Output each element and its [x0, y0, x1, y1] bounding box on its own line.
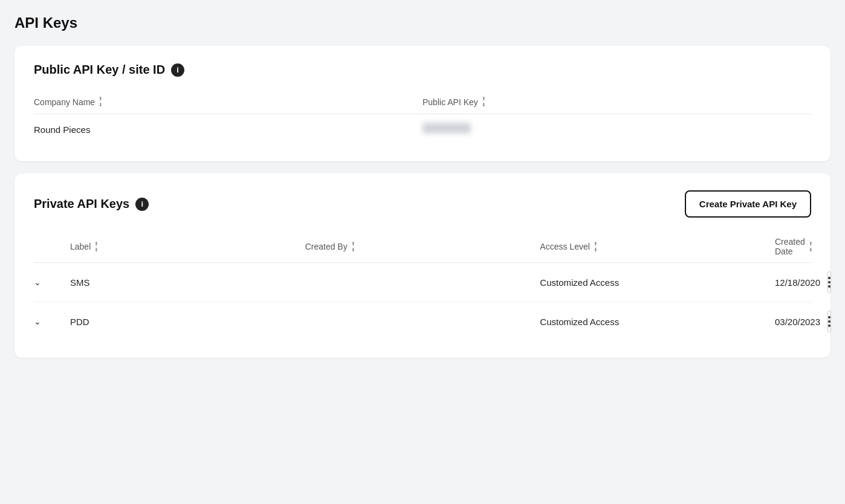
private-api-table: Label Created By Access Level Created Da… — [34, 232, 811, 341]
col-label[interactable]: Label — [70, 241, 305, 253]
create-private-api-key-button[interactable]: Create Private API Key — [685, 190, 811, 218]
sort-access-level-icon[interactable] — [594, 241, 598, 253]
company-name-cell: Round Pieces — [34, 124, 422, 135]
col-created-date[interactable]: Created Date — [775, 237, 811, 256]
row-pdd-access-level: Customized Access — [540, 317, 775, 327]
public-api-table: Company Name Public API Key Round Pieces — [34, 91, 811, 144]
col-company-name[interactable]: Company Name — [34, 96, 422, 108]
blurred-api-key — [422, 123, 471, 134]
public-table-header: Company Name Public API Key — [34, 91, 811, 114]
row-sms-chevron[interactable]: ⌄ — [34, 277, 70, 288]
row-sms-more-button[interactable] — [827, 271, 831, 293]
chevron-down-icon[interactable]: ⌄ — [34, 317, 41, 326]
chevron-down-icon[interactable]: ⌄ — [34, 277, 41, 287]
public-card-title: Public API Key / site ID — [34, 63, 165, 77]
col-label-text: Label — [70, 242, 91, 251]
private-card-title: Private API Keys — [34, 197, 129, 211]
private-info-icon[interactable]: i — [135, 198, 149, 211]
row-pdd-chevron[interactable]: ⌄ — [34, 316, 70, 327]
private-card-header: Private API Keys i Create Private API Ke… — [34, 190, 811, 218]
col-created-by-text: Created By — [305, 242, 348, 251]
col-public-api-key[interactable]: Public API Key — [422, 96, 811, 108]
sort-public-api-key-icon[interactable] — [482, 96, 486, 108]
row-sms-access-level: Customized Access — [540, 277, 775, 288]
row-sms-created-date: 12/18/2020 — [775, 277, 820, 288]
row-sms-date-actions: 12/18/2020 — [775, 271, 811, 293]
col-access-level[interactable]: Access Level — [540, 241, 775, 253]
sort-created-by-icon[interactable] — [351, 241, 355, 253]
sort-created-date-icon[interactable] — [809, 241, 813, 253]
public-card-header: Public API Key / site ID i — [34, 63, 811, 77]
sort-label-icon[interactable] — [94, 241, 99, 253]
private-table-header: Label Created By Access Level Created Da… — [34, 232, 811, 263]
more-dots-icon — [828, 277, 830, 288]
private-table-row: ⌄ PDD Customized Access 03/20/2023 — [34, 302, 811, 341]
row-sms-label: SMS — [70, 277, 305, 288]
row-pdd-more-button[interactable] — [827, 311, 831, 332]
col-public-api-key-label: Public API Key — [422, 97, 478, 107]
more-dots-icon — [828, 316, 830, 327]
public-table-row: Round Pieces — [34, 114, 811, 144]
private-table-row: ⌄ SMS Customized Access 12/18/2020 — [34, 263, 811, 302]
private-title-group: Private API Keys i — [34, 197, 149, 211]
public-api-key-cell — [422, 123, 811, 136]
row-pdd-date-actions: 03/20/2023 — [775, 311, 811, 332]
private-api-keys-card: Private API Keys i Create Private API Ke… — [15, 173, 830, 358]
col-company-name-label: Company Name — [34, 97, 95, 107]
col-access-level-text: Access Level — [540, 242, 589, 251]
col-created-by[interactable]: Created By — [305, 241, 540, 253]
public-api-key-card: Public API Key / site ID i Company Name … — [15, 46, 830, 161]
sort-company-name-icon[interactable] — [99, 96, 103, 108]
row-pdd-label: PDD — [70, 317, 305, 327]
public-info-icon[interactable]: i — [171, 63, 184, 77]
col-created-date-text: Created Date — [775, 237, 805, 256]
row-pdd-created-date: 03/20/2023 — [775, 317, 820, 327]
page-title: API Keys — [15, 15, 830, 31]
